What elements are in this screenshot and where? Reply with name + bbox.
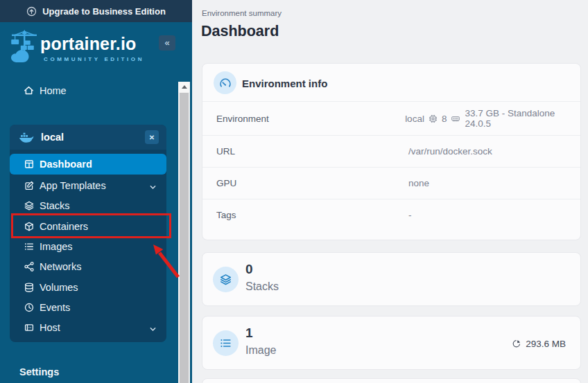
image-size-value: 293.6 MB — [526, 339, 566, 349]
row-value: none — [408, 178, 429, 188]
scrollbar-up-arrow[interactable] — [178, 82, 190, 92]
sidebar-item-label: Home — [40, 85, 67, 96]
url-row: URL /var/run/docker.sock — [202, 135, 580, 167]
sidebar-item-label: App Templates — [40, 180, 106, 191]
image-label: Image — [245, 344, 276, 357]
row-label: Environment — [216, 114, 405, 124]
sidebar-item-containers[interactable]: Containers — [10, 216, 166, 236]
image-count: 1 — [245, 326, 253, 341]
environment-info-header: Environment info — [202, 64, 580, 102]
sidebar-item-dashboard[interactable]: Dashboard — [10, 154, 166, 175]
sidebar-section-settings[interactable]: Settings — [19, 366, 59, 377]
panel-title: Environment info — [242, 78, 327, 89]
row-value: /var/run/docker.sock — [408, 146, 492, 157]
pie-chart-icon — [512, 339, 521, 348]
environment-row: Environment local 8 33.7 GB - Standalone… — [202, 102, 580, 135]
stacks-card[interactable]: 0 Stacks — [202, 252, 581, 306]
sidebar-item-label: Dashboard — [40, 159, 92, 170]
sidebar-item-label: Volumes — [40, 282, 78, 293]
close-environment-button[interactable]: ✕ — [145, 130, 159, 144]
environment-info-panel: Environment info Environment local 8 33.… — [202, 63, 581, 240]
row-label: GPU — [216, 178, 408, 188]
sidebar-item-label: Containers — [40, 221, 88, 232]
stacks-count: 0 — [245, 262, 253, 277]
stacks-icon — [23, 199, 35, 211]
portainer-logo-icon — [9, 28, 40, 67]
sidebar-scrollbar[interactable] — [178, 82, 190, 383]
sidebar-item-images[interactable]: Images — [10, 236, 166, 256]
environment-name: local — [41, 132, 64, 143]
sidebar: Upgrade to Business Edition — [0, 0, 192, 383]
cpu-icon — [429, 114, 438, 123]
chevron-down-icon — [149, 181, 157, 194]
sidebar-item-label: Events — [40, 302, 70, 313]
breadcrumb: Environment summary — [202, 9, 282, 17]
sidebar-item-label: Host — [40, 322, 60, 333]
gpu-row: GPU none — [202, 167, 580, 199]
home-icon — [23, 84, 35, 96]
memory-icon — [451, 114, 460, 123]
brand-block: portainer.io COMMUNITY EDITION « — [0, 26, 192, 69]
row-label: URL — [216, 146, 408, 157]
tags-row: Tags - — [202, 199, 580, 231]
sidebar-item-events[interactable]: Events — [10, 297, 166, 317]
dashboard-icon — [23, 159, 35, 170]
environment-specs: 33.7 GB - Standalone 24.0.5 — [465, 108, 580, 129]
sidebar-item-label: Networks — [40, 261, 81, 272]
upgrade-banner-label: Upgrade to Business Edition — [42, 6, 166, 17]
host-icon — [23, 321, 35, 333]
sidebar-item-label: Images — [40, 241, 73, 252]
page-title: Dashboard — [201, 23, 279, 40]
app-templates-icon — [23, 179, 35, 191]
environment-value-name: local — [405, 114, 424, 124]
image-list-icon — [213, 330, 239, 356]
chevron-down-icon — [149, 323, 157, 336]
image-size: 293.6 MB — [512, 317, 566, 371]
stacks-layers-icon — [213, 267, 239, 292]
volumes-icon — [23, 281, 35, 293]
row-value: local 8 33.7 GB - Standalone 24.0.5 — [405, 108, 580, 129]
images-card[interactable]: 1 Image 293.6 MB — [202, 316, 581, 370]
portainer-app: Upgrade to Business Edition — [0, 0, 588, 383]
next-card-partial — [202, 378, 581, 383]
gauge-icon — [214, 71, 236, 94]
events-icon — [23, 301, 35, 313]
brand-edition: COMMUNITY EDITION — [44, 56, 144, 62]
images-icon — [23, 240, 35, 252]
sidebar-item-stacks[interactable]: Stacks — [10, 195, 166, 215]
sidebar-item-app-templates[interactable]: App Templates — [10, 175, 166, 195]
sidebar-item-home[interactable]: Home — [10, 80, 166, 100]
sidebar-item-label: Stacks — [40, 200, 70, 211]
scrollbar-thumb[interactable] — [180, 93, 189, 383]
cpu-count: 8 — [442, 114, 447, 124]
environment-selector[interactable]: local ✕ — [10, 125, 166, 150]
sidebar-item-host[interactable]: Host — [10, 317, 166, 337]
sidebar-item-volumes[interactable]: Volumes — [10, 277, 166, 297]
row-value: - — [408, 210, 412, 220]
networks-icon — [23, 260, 35, 272]
row-label: Tags — [216, 210, 408, 220]
collapse-sidebar-button[interactable]: « — [159, 35, 175, 51]
arrow-up-circle-icon — [26, 6, 37, 17]
upgrade-banner[interactable]: Upgrade to Business Edition — [0, 0, 192, 22]
stacks-label: Stacks — [245, 280, 279, 293]
main-content: Environment summary Dashboard Environmen… — [192, 0, 588, 383]
containers-icon — [23, 220, 35, 232]
docker-whale-icon — [19, 132, 35, 143]
sidebar-item-networks[interactable]: Networks — [10, 256, 166, 276]
brand-name: portainer.io — [40, 34, 137, 54]
